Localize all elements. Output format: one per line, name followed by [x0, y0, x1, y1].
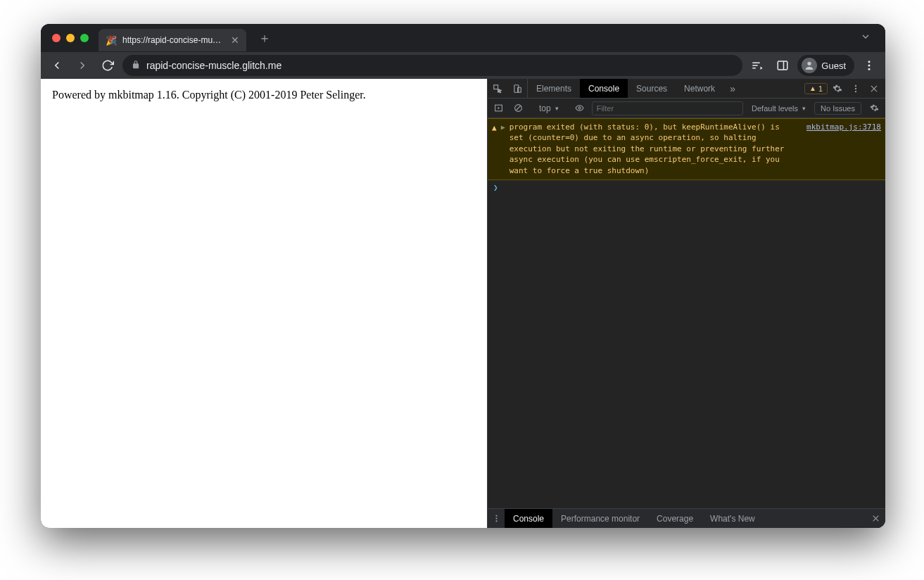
- media-control-icon[interactable]: [747, 55, 768, 76]
- devtools-more-icon[interactable]: [847, 80, 864, 97]
- svg-point-4: [868, 61, 871, 63]
- tab-network[interactable]: Network: [676, 79, 723, 98]
- devtools-drawer: Console Performance monitor Coverage Wha…: [488, 508, 885, 528]
- lock-icon: [131, 60, 141, 72]
- devtools-topbar: Elements Console Sources Network ▲ 1: [488, 79, 885, 99]
- console-settings-gear-icon[interactable]: [866, 100, 882, 117]
- svg-point-22: [495, 520, 497, 522]
- profile-button[interactable]: Guest: [797, 55, 854, 76]
- expand-chevron-icon[interactable]: ▶: [501, 122, 505, 132]
- svg-point-6: [868, 68, 871, 70]
- tab-elements[interactable]: Elements: [528, 79, 580, 98]
- levels-label: Default levels: [752, 104, 798, 113]
- console-warning-row[interactable]: ▲ ▶ program exited (with status: 0), but…: [488, 118, 885, 180]
- clear-console-icon[interactable]: [510, 101, 526, 116]
- context-label: top: [539, 103, 551, 113]
- issues-button[interactable]: No Issues: [814, 102, 861, 115]
- svg-rect-1: [778, 61, 788, 70]
- browser-window: 🎉 https://rapid-concise-muscle.g ✕ ＋ rap…: [41, 24, 885, 528]
- svg-point-10: [855, 84, 856, 86]
- page-body-text: Powered by mkbitmap 1.16. Copyright (C) …: [52, 89, 366, 101]
- log-source-link[interactable]: mkbitmap.js:3718: [806, 122, 881, 132]
- warning-triangle-icon: ▲: [809, 84, 816, 92]
- svg-point-12: [855, 90, 856, 92]
- log-message: program exited (with status: 0), but kee…: [510, 122, 797, 176]
- device-toolbar-icon[interactable]: [507, 79, 527, 98]
- live-expression-eye-icon[interactable]: [572, 101, 588, 116]
- svg-line-18: [516, 106, 521, 111]
- back-button[interactable]: [46, 55, 68, 76]
- svg-point-21: [495, 517, 497, 519]
- drawer-more-icon[interactable]: [488, 509, 505, 528]
- warnings-badge[interactable]: ▲ 1: [804, 83, 828, 94]
- devtools-settings-gear-icon[interactable]: [829, 80, 846, 97]
- console-prompt[interactable]: ❯: [488, 180, 885, 195]
- tab-title: https://rapid-concise-muscle.g: [122, 35, 225, 45]
- svg-point-5: [868, 65, 871, 67]
- window-controls: [48, 34, 93, 42]
- svg-point-20: [495, 515, 497, 517]
- drawer-close-icon[interactable]: [866, 509, 885, 528]
- reload-button[interactable]: [97, 55, 118, 76]
- close-tab-button[interactable]: ✕: [231, 34, 239, 46]
- toggle-sidebar-icon[interactable]: [491, 101, 506, 116]
- tab-list-chevron-icon[interactable]: [853, 27, 878, 49]
- avatar-icon: [802, 58, 817, 73]
- maximize-window-button[interactable]: [80, 34, 89, 42]
- svg-point-3: [808, 62, 811, 65]
- address-bar[interactable]: rapid-concise-muscle.glitch.me: [122, 55, 742, 76]
- close-window-button[interactable]: [52, 34, 61, 42]
- svg-marker-16: [498, 107, 500, 109]
- devtools-close-icon[interactable]: [866, 80, 882, 97]
- drawer-tab-whatsnew[interactable]: What's New: [702, 509, 764, 528]
- inspect-element-icon[interactable]: [488, 79, 507, 98]
- browser-toolbar: rapid-concise-muscle.glitch.me Guest: [41, 52, 885, 79]
- warning-count: 1: [818, 84, 823, 93]
- console-toolbar: top Default levels No Issues: [488, 99, 885, 118]
- forward-button[interactable]: [72, 55, 93, 76]
- drawer-tab-console[interactable]: Console: [505, 509, 552, 528]
- filter-input[interactable]: [592, 101, 743, 115]
- new-tab-button[interactable]: ＋: [255, 28, 274, 48]
- console-body[interactable]: ▲ ▶ program exited (with status: 0), but…: [488, 118, 885, 508]
- devtools-panel: Elements Console Sources Network ▲ 1: [487, 79, 885, 528]
- svg-rect-7: [494, 84, 498, 89]
- favicon-icon: 🎉: [106, 35, 117, 46]
- svg-marker-0: [761, 67, 763, 70]
- drawer-tab-performance[interactable]: Performance monitor: [552, 509, 648, 528]
- menu-button[interactable]: [859, 55, 880, 76]
- profile-label: Guest: [821, 61, 846, 71]
- drawer-tab-coverage[interactable]: Coverage: [648, 509, 702, 528]
- content-area: Powered by mkbitmap 1.16. Copyright (C) …: [41, 79, 885, 528]
- log-levels-selector[interactable]: Default levels: [747, 104, 810, 113]
- prompt-chevron-icon: ❯: [493, 183, 498, 192]
- warning-triangle-icon: ▲: [492, 122, 497, 133]
- tab-overflow-icon[interactable]: [723, 79, 742, 98]
- page-viewport[interactable]: Powered by mkbitmap 1.16. Copyright (C) …: [41, 79, 487, 528]
- context-selector[interactable]: top: [535, 103, 563, 113]
- svg-point-19: [578, 107, 581, 109]
- browser-tab[interactable]: 🎉 https://rapid-concise-muscle.g ✕: [99, 29, 246, 51]
- svg-point-11: [855, 87, 856, 89]
- tab-strip: 🎉 https://rapid-concise-muscle.g ✕ ＋: [41, 24, 885, 52]
- tab-console[interactable]: Console: [580, 79, 628, 98]
- minimize-window-button[interactable]: [66, 34, 75, 42]
- address-text: rapid-concise-muscle.glitch.me: [146, 60, 281, 71]
- side-panel-icon[interactable]: [772, 55, 793, 76]
- tab-sources[interactable]: Sources: [628, 79, 676, 98]
